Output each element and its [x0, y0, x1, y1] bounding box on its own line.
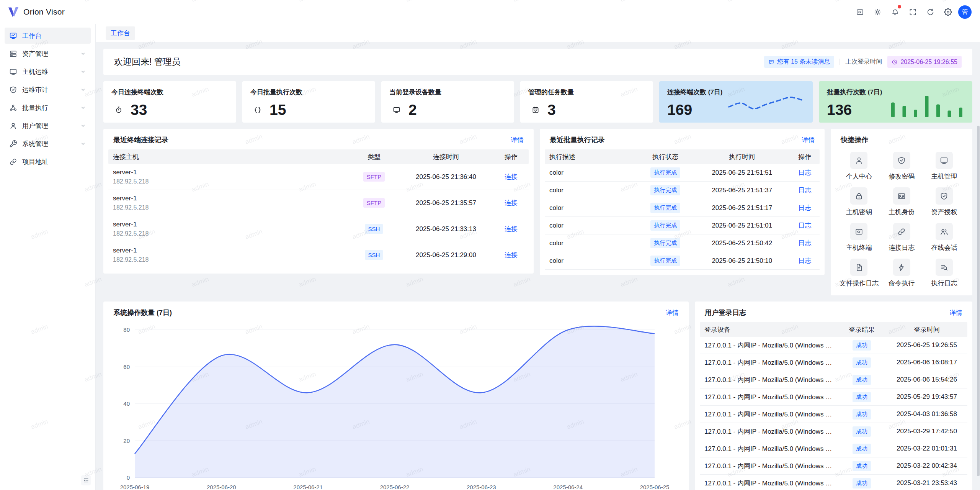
quick-action-label: 执行日志: [931, 279, 957, 288]
sidebar-item-icon: [9, 32, 17, 40]
sidebar-item[interactable]: 批量执行: [5, 100, 91, 116]
breadcrumb-bar: 工作台: [96, 24, 980, 42]
header-icon-button[interactable]: [853, 5, 867, 19]
log-link[interactable]: 日志: [798, 187, 811, 194]
sidebar-item[interactable]: 用户管理: [5, 118, 91, 134]
quick-action-label: 主机终端: [846, 243, 872, 252]
protocol-badge: SSH: [365, 250, 384, 260]
quick-action-item[interactable]: 个人中心: [838, 152, 880, 181]
sidebar-item-label: 资产管理: [22, 49, 80, 58]
quick-action-item[interactable]: 文件操作日志: [838, 259, 880, 288]
sidebar-item-icon: [9, 140, 17, 148]
quick-action-label: 个人中心: [846, 172, 872, 181]
card-title: 最近终端连接记录: [113, 135, 168, 144]
quick-action-icon: [850, 152, 867, 169]
header-icon-button[interactable]: [905, 5, 920, 19]
quick-action-label: 修改密码: [889, 172, 915, 181]
quick-action-item[interactable]: 连接日志: [880, 223, 923, 252]
card-title: 最近批量执行记录: [550, 135, 605, 144]
header-icon-button[interactable]: [923, 5, 938, 19]
message-icon: [768, 59, 774, 65]
login-time: 2025-04-03 01:36:58: [886, 410, 967, 418]
sidebar-menu: 工作台 资产管理 主机运维 运维审计 批: [5, 28, 91, 170]
svg-text:2025-06-25: 2025-06-25: [640, 484, 670, 490]
host-name: server-1: [113, 247, 345, 254]
connect-link[interactable]: 连接: [505, 225, 518, 233]
sidebar-item[interactable]: 项目地址: [5, 154, 91, 170]
quick-action-icon: [893, 187, 910, 205]
stat-icon: [250, 103, 265, 117]
login-details-link[interactable]: 详情: [949, 308, 962, 317]
col-action: 操作: [493, 152, 529, 161]
chevron-down-icon: [80, 141, 86, 147]
login-table: 登录设备 登录结果 登录时间 127.0.0.1 - 内网IP - Mozill…: [700, 322, 967, 490]
connect-link[interactable]: 连接: [505, 251, 518, 259]
quick-action-icon: [850, 187, 867, 205]
quick-action-label: 命令执行: [889, 279, 915, 288]
header-icon: [891, 8, 899, 16]
breadcrumb[interactable]: 工作台: [106, 26, 135, 40]
notification-dot: [898, 5, 901, 8]
svg-text:2025-06-20: 2025-06-20: [207, 484, 236, 490]
quick-action-item[interactable]: 在线会话: [923, 223, 965, 252]
system-operations-chart: 0204060802025-06-192025-06-202025-06-212…: [113, 324, 678, 490]
log-link[interactable]: 日志: [798, 222, 811, 229]
app-title: Orion Visor: [23, 7, 65, 16]
table-row: server-1 182.92.5.218 SSH 2025-06-25 21:…: [108, 242, 529, 268]
table-row: server-1 182.92.5.218 SFTP 2025-06-25 21…: [108, 164, 529, 190]
connect-link[interactable]: 连接: [505, 173, 518, 180]
table-row: color 执行完成 2025-06-25 21:51:17 日志: [545, 199, 820, 217]
sidebar-item[interactable]: 系统管理: [5, 136, 91, 152]
exec-description: color: [545, 187, 637, 194]
quick-action-item[interactable]: 命令执行: [880, 259, 923, 288]
terminal-details-link[interactable]: 详情: [511, 136, 524, 144]
quick-action-item[interactable]: 修改密码: [880, 152, 923, 181]
log-link[interactable]: 日志: [798, 239, 811, 247]
page-scrollbar[interactable]: [977, 126, 980, 476]
terminal-trend-card: 连接终端次数 (7日) 169: [659, 81, 813, 123]
sidebar-item-label: 运维审计: [22, 85, 80, 94]
header-icon-button[interactable]: [941, 5, 955, 19]
header-icon-button[interactable]: [888, 5, 902, 19]
stat-cards: 今日连接终端次数 33 今日批量执行次数 15: [103, 81, 653, 123]
col-host: 连接主机: [108, 152, 350, 161]
terminal-sparkline-chart: [727, 87, 805, 118]
quick-action-item[interactable]: 主机终端: [838, 223, 880, 252]
sidebar-item[interactable]: 主机运维: [5, 64, 91, 80]
header-icon: [874, 8, 882, 16]
last-login-time-badge: 2025-06-25 19:26:55: [887, 56, 962, 68]
host-name: server-1: [113, 195, 345, 202]
exec-time: 2025-06-25 21:50:42: [694, 239, 790, 247]
quick-action-item[interactable]: 主机密钥: [838, 187, 880, 216]
exec-status-badge: 执行完成: [650, 256, 680, 266]
sidebar-item[interactable]: 资产管理: [5, 46, 91, 62]
login-time: 2025-03-22 01:01:31: [886, 445, 967, 452]
quick-action-item[interactable]: 资产授权: [923, 187, 965, 216]
quick-action-icon: [850, 223, 867, 240]
table-row: server-1 182.92.5.218 SSH 2025-06-25 21:…: [108, 216, 529, 242]
exec-status-badge: 执行完成: [650, 185, 680, 195]
chevron-down-icon: [80, 123, 86, 129]
quick-action-item[interactable]: 主机管理: [923, 152, 965, 181]
exec-time: 2025-06-25 21:51:51: [694, 169, 790, 177]
user-avatar[interactable]: 管: [958, 5, 972, 19]
stat-card: 当前登录设备数量 2: [381, 81, 514, 123]
col-result: 登录结果: [837, 325, 886, 334]
divider: [840, 59, 840, 65]
exec-description: color: [545, 257, 637, 265]
quick-action-item[interactable]: 执行日志: [923, 259, 965, 288]
log-link[interactable]: 日志: [798, 169, 811, 176]
batch-details-link[interactable]: 详情: [802, 136, 815, 144]
quick-action-item[interactable]: 主机身份: [880, 187, 923, 216]
connect-link[interactable]: 连接: [505, 199, 518, 206]
clock-icon: [892, 59, 898, 65]
sidebar-item[interactable]: 工作台: [5, 28, 91, 44]
header-icon-button[interactable]: [870, 5, 885, 19]
sidebar-item[interactable]: 运维审计: [5, 82, 91, 98]
chart-details-link[interactable]: 详情: [666, 308, 679, 317]
log-link[interactable]: 日志: [798, 257, 811, 264]
log-link[interactable]: 日志: [798, 204, 811, 211]
unread-messages-badge[interactable]: 您有 15 条未读消息: [764, 56, 835, 68]
svg-text:2025-06-23: 2025-06-23: [467, 484, 496, 490]
sidebar-collapse-button[interactable]: [81, 475, 91, 485]
